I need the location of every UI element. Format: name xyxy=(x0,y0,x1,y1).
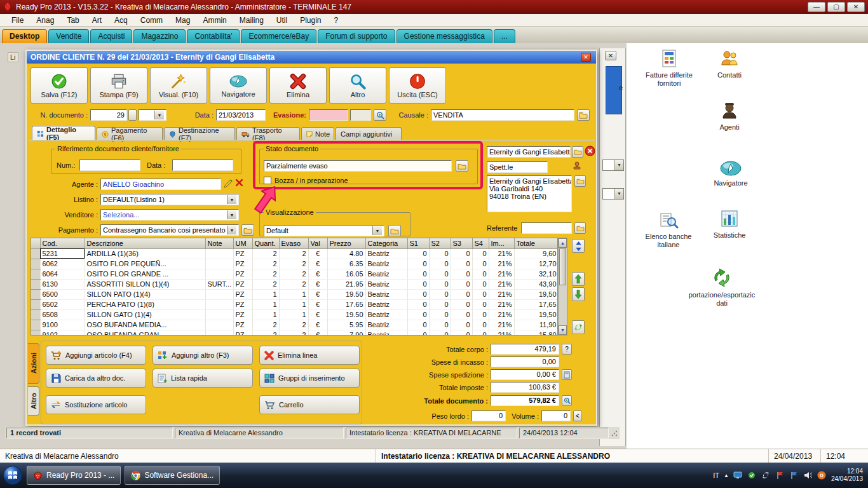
cell-val[interactable]: € xyxy=(308,299,327,309)
header-evaso[interactable]: Evaso xyxy=(279,238,308,248)
cell-im[interactable]: 21% xyxy=(489,248,514,259)
spese-spedizione-value[interactable]: 0,00 € xyxy=(491,369,559,380)
cell-evaso[interactable]: 2 xyxy=(279,330,308,336)
minimize-button[interactable]: — xyxy=(808,2,825,12)
cell-descrizione[interactable]: OSO BUFANDA MEDIA... xyxy=(85,320,205,330)
cell-val[interactable]: € xyxy=(308,309,327,320)
cell-prezzo[interactable]: 19.50 xyxy=(327,289,365,299)
tab-magazzino[interactable]: Magazzino xyxy=(133,29,186,43)
ubuntuone-icon[interactable] xyxy=(817,471,827,480)
cell-selector[interactable] xyxy=(31,320,40,330)
cell-prezzo[interactable]: 16.05 xyxy=(327,269,365,279)
dialog-close-icon[interactable]: ✕ xyxy=(581,53,591,62)
scroll-thumb[interactable] xyxy=(559,248,566,285)
cell-categoria[interactable]: Beatriz xyxy=(365,259,407,269)
header-s1[interactable]: S1 xyxy=(407,238,429,248)
background-close-icon[interactable]: ✕ xyxy=(605,51,616,60)
cell-s1[interactable]: 0 xyxy=(407,279,429,289)
cell-s1[interactable]: 0 xyxy=(407,269,429,279)
cell-im[interactable]: 21% xyxy=(489,309,514,320)
cell-totale[interactable]: 19,50 xyxy=(514,309,558,320)
flag-red-icon[interactable] xyxy=(775,471,785,480)
cell-s1[interactable]: 0 xyxy=(407,320,429,330)
cell-s3[interactable]: 0 xyxy=(451,320,472,330)
cell-s2[interactable]: 0 xyxy=(429,299,451,309)
header-um[interactable]: UM xyxy=(233,238,252,248)
cell-s3[interactable]: 0 xyxy=(451,279,472,289)
cell-totale[interactable]: 11,90 xyxy=(514,320,558,330)
navigatore-button[interactable]: Navigatore xyxy=(210,67,267,104)
cell-im[interactable]: 21% xyxy=(489,269,514,279)
cliente-remove-icon[interactable] xyxy=(585,146,595,156)
cell-quant[interactable]: 2 xyxy=(252,248,279,259)
table-row[interactable]: 6508SILLON GATO (1)(4)PZ11€19.50Beatriz0… xyxy=(31,309,558,320)
cell-prezzo[interactable]: 5.95 xyxy=(327,320,365,330)
menu-anag[interactable]: Anag xyxy=(30,15,60,26)
cell-prezzo[interactable]: 21.95 xyxy=(327,279,365,289)
cell-val[interactable]: € xyxy=(308,269,327,279)
elimina-button[interactable]: Elimina xyxy=(269,67,327,104)
cell-evaso[interactable]: 2 xyxy=(279,320,308,330)
cell-um[interactable]: PZ xyxy=(233,330,252,336)
totale-documento-search-button[interactable] xyxy=(562,395,572,406)
cell-val[interactable]: € xyxy=(308,330,327,336)
header-s3[interactable]: S3 xyxy=(451,238,472,248)
cell-cod[interactable]: 6130 xyxy=(40,279,85,289)
cell-prezzo[interactable]: 19.50 xyxy=(327,309,365,320)
start-button[interactable] xyxy=(3,465,23,485)
cell-s1[interactable]: 0 xyxy=(407,259,429,269)
cliente-titolo-input[interactable]: Spett.le xyxy=(487,161,548,173)
tab-contabilita[interactable]: Contabilita' xyxy=(187,29,240,43)
n-documento-spin[interactable] xyxy=(128,109,137,121)
scroll-down-icon[interactable]: ▼ xyxy=(559,325,567,335)
causale-input[interactable]: VENDITA xyxy=(431,109,574,121)
volume-value[interactable]: 0 xyxy=(541,410,571,421)
cell-um[interactable]: PZ xyxy=(233,309,252,320)
cell-um[interactable]: PZ xyxy=(233,289,252,299)
app-titlebar[interactable]: Ready Pro 2013 - V15.3.22 - Kreativa di … xyxy=(0,0,868,14)
cell-s2[interactable]: 0 xyxy=(429,289,451,299)
cell-cod[interactable]: 6500 xyxy=(40,289,85,299)
totale-documento-value[interactable]: 579,82 € xyxy=(491,395,559,406)
cell-categoria[interactable]: Beatriz xyxy=(365,269,407,279)
tab-acquisti[interactable]: Acquisti xyxy=(90,29,132,43)
cell-selector[interactable] xyxy=(31,289,40,299)
cell-selector[interactable] xyxy=(31,279,40,289)
cell-quant[interactable]: 2 xyxy=(252,330,279,336)
documento-suffix-combo[interactable]: ▼ xyxy=(139,109,166,121)
table-scrollbar[interactable]: ▲ ▼ xyxy=(558,238,567,336)
header-descrizione[interactable]: Descrizione xyxy=(85,238,205,248)
header-note[interactable]: Note xyxy=(205,238,233,248)
cell-note[interactable] xyxy=(205,299,233,309)
desktop-icon-navigatore[interactable]: Navigatore xyxy=(703,160,759,187)
cell-categoria[interactable]: Beatriz xyxy=(365,309,407,320)
cell-quant[interactable]: 2 xyxy=(252,320,279,330)
cell-selector[interactable] xyxy=(31,330,40,336)
maximize-button[interactable]: ▢ xyxy=(827,2,845,12)
table-row[interactable]: 5231ARDILLA (1)(36)PZ22€4.80Beatriz00002… xyxy=(31,248,558,259)
header-val[interactable]: Val xyxy=(308,238,327,248)
tab-more[interactable]: ... xyxy=(494,29,515,43)
spese-spedizione-calc-button[interactable] xyxy=(562,369,572,380)
table-row[interactable]: 6500SILLON PATO (1)(4)PZ11€19.50Beatriz0… xyxy=(31,289,558,299)
move-row-up-button[interactable] xyxy=(572,272,585,286)
evasione-search-button[interactable] xyxy=(374,109,386,121)
cell-descrizione[interactable]: SILLON PATO (1)(4) xyxy=(85,289,205,299)
cell-descrizione[interactable]: ARDILLA (1)(36) xyxy=(85,248,205,259)
riferimento-data-input[interactable] xyxy=(172,159,233,171)
spese-incasso-value[interactable]: 0,00 xyxy=(491,356,559,367)
table-row[interactable]: 6130ASSORTITI SILLON (1)(4)SURT...PZ22€2… xyxy=(31,279,558,289)
cell-s4[interactable]: 0 xyxy=(472,299,489,309)
cell-totale[interactable]: 17,65 xyxy=(514,299,558,309)
cell-s3[interactable]: 0 xyxy=(451,299,472,309)
desktop-icon-statistiche[interactable]: Statistiche xyxy=(704,208,755,240)
cliente-folder-button[interactable] xyxy=(572,146,583,158)
sync-icon[interactable] xyxy=(761,471,771,480)
cell-note[interactable] xyxy=(205,289,233,299)
cell-im[interactable]: 21% xyxy=(489,259,514,269)
resize-grip[interactable] xyxy=(611,428,618,438)
display-icon[interactable] xyxy=(733,471,743,480)
referente-folder-button[interactable] xyxy=(574,222,586,234)
cell-im[interactable]: 21% xyxy=(489,299,514,309)
tab-forum[interactable]: Forum di supporto xyxy=(318,29,395,43)
